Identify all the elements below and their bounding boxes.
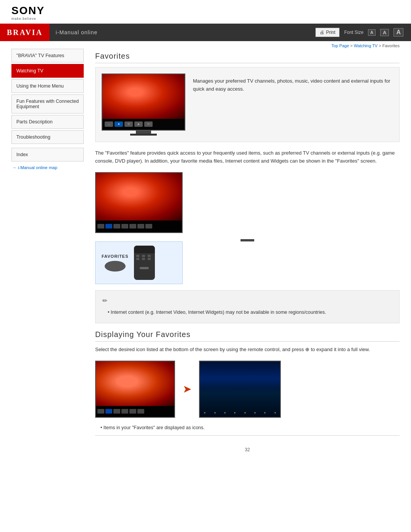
breadcrumb-top-page[interactable]: Top Page [331,43,349,48]
sidebar-item-parts-description[interactable]: Parts Description [11,115,84,129]
transition-arrow-icon: ➤ [183,383,191,395]
r-btn-1 [136,255,139,257]
font-size-label: Font Size [344,30,363,35]
city-light-1 [204,412,205,413]
sidebar-item-index[interactable]: Index [11,148,84,161]
sidebar: "BRAVIA" TV Features Watching TV Using t… [0,41,84,468]
tb3-icon-1 [97,409,104,414]
tb3-icon-3 [121,409,128,414]
font-size-large-button[interactable]: A [393,28,403,37]
city-light-7 [264,412,265,413]
tv-icon-sm-1 [97,224,104,228]
bravia-logo-box: BRAVIA [0,24,49,41]
tv-flower-1 [102,74,185,119]
city-light-6 [255,412,255,413]
tv-menu-icon-3: ▶ [134,121,143,127]
print-label: Print [326,30,336,35]
remote-control-image [134,246,155,280]
tv-menu-bar-1: ⌂ ★ ⚙ ▶ ✉ [102,119,185,130]
favorites-label: FAVORITES [102,254,129,259]
sidebar-item-fun-features[interactable]: Fun Features with Connected Equipment [11,94,84,113]
breadcrumb-current: Favorites [382,43,400,48]
page-number: 32 [95,439,400,456]
bottom-bullet-1: Items in your "Favorites" are displayed … [100,424,400,431]
displaying-text: Select the desired icon listed at the bo… [95,345,400,353]
nav-bar: BRAVIA i-Manual online 🖨 Print Font Size… [0,24,411,41]
sidebar-item-troubleshooting[interactable]: Troubleshooting [11,130,84,144]
font-size-small-button[interactable]: A [368,29,376,36]
tv-icon-sm-hl [105,224,112,228]
images-row: ➤ [95,361,400,418]
city-screenshot [199,361,281,418]
top-bar: SONY make.believe [0,0,411,24]
tv-menu-icon-1: ⌂ [105,121,113,127]
city-light-3 [225,412,225,413]
body-paragraph: The "Favorites" feature provides quick a… [95,149,400,165]
sony-logo: SONY make.believe [11,5,45,21]
r-btn-5 [142,258,145,260]
r-btn-2 [142,255,145,257]
arrow-right-icon: → [12,165,16,170]
tv-menu-bar-2 [96,220,182,232]
tv-screen-content-1 [102,74,185,119]
favorites-diagram: FAVORITES [95,241,183,284]
tv-menu-icon-2: ⚙ [124,121,133,127]
sony-tagline: make.believe [11,17,36,21]
main-layout: "BRAVIA" TV Features Watching TV Using t… [0,41,411,468]
tv-base-1 [130,134,157,136]
tb3-icon-hl [105,409,112,414]
print-icon: 🖨 [320,30,324,35]
tv-screenshot-2 [95,172,183,233]
sidebar-item-using-home-menu[interactable]: Using the Home Menu [11,79,84,93]
info-description: Manages your preferred TV channels, phot… [193,73,393,136]
breadcrumb: Top Page > Watching TV > Favorites [95,41,400,52]
nav-right: 🖨 Print Font Size A A A [315,28,403,37]
r-btn-6 [148,258,151,260]
sony-wordmark: SONY [11,5,45,17]
bravia-logo: BRAVIA [7,28,43,37]
remote-buttons [134,253,155,262]
tv-icon-sm-6 [145,224,152,228]
displaying-section: Displaying Your Favorites Select the des… [95,330,400,435]
tv-icon-sm-5 [137,224,144,228]
breadcrumb-separator1: > [350,43,354,48]
r-btn-4 [136,258,139,260]
breadcrumb-separator2: > [379,43,382,48]
info-box: ⌂ ★ ⚙ ▶ ✉ Manages your preferred TV chan… [95,67,400,142]
displaying-title: Displaying Your Favorites [95,330,400,342]
city-buildings [200,383,280,417]
page-title: Favorites [95,52,400,63]
tb3-icon-4 [129,409,136,414]
tv-menu-icon-4: ✉ [144,121,153,127]
note-bullet-1: Internet content (e.g. Internet Video, I… [108,308,392,316]
print-button[interactable]: 🖨 Print [315,28,340,37]
tv-image-3-wrapper [95,361,175,418]
font-size-medium-button[interactable]: A [380,29,389,36]
favorites-label-area: FAVORITES [102,254,129,272]
tv-image-2-wrapper [95,172,400,241]
sidebar-item-bravia-tv-features[interactable]: "BRAVIA" TV Features [11,49,84,62]
remote-top [134,246,155,253]
tb3-icon-2 [113,409,120,414]
city-light-2 [215,412,215,413]
imanual-map-link[interactable]: → i-Manual online map [12,165,84,170]
favorites-button-shape [105,261,126,272]
tb3-icon-5 [137,409,144,414]
bottom-divider [95,435,400,436]
tv-icon-sm-4 [129,224,136,228]
tv-menu-icon-fav: ★ [115,121,123,127]
city-light-5 [245,412,245,413]
tv-screenshot-3 [95,361,175,418]
note-box: ✏ Internet content (e.g. Internet Video,… [95,290,400,324]
tv-screen-2 [96,173,182,220]
sidebar-item-watching-tv[interactable]: Watching TV [11,64,84,78]
bravia-section: BRAVIA i-Manual online [0,24,97,41]
tv-screen-3 [96,361,174,406]
breadcrumb-watching-tv[interactable]: Watching TV [354,43,378,48]
city-light-8 [275,412,276,413]
tv-icon-sm-2 [113,224,120,228]
city-light-4 [234,412,235,413]
remote-arrow [140,267,149,269]
tv-screenshot-1: ⌂ ★ ⚙ ▶ ✉ [102,73,185,131]
r-btn-3 [148,255,151,257]
